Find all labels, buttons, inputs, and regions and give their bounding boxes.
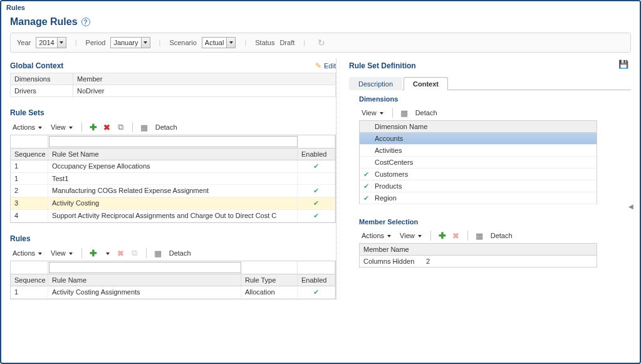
col-member-name[interactable]: Member Name [360, 244, 597, 256]
add-icon[interactable]: ✚ [88, 122, 98, 132]
ms-view-menu[interactable]: View [397, 231, 424, 241]
table-row[interactable]: 3Activity Costing✔ [11, 197, 335, 210]
rule-sets-toolbar: Actions View ✚ ✖ ⧉ ▦ Detach [10, 120, 336, 135]
year-select[interactable]: 2014 [36, 37, 66, 48]
member-selection-title: Member Selection [349, 213, 631, 228]
rules-view-menu[interactable]: View [48, 248, 75, 258]
collapse-icon[interactable]: ◀ [628, 203, 633, 210]
table-row[interactable]: 4Support Activity Reciprocal Assignments… [11, 210, 335, 222]
copy-icon[interactable]: ⧉ [130, 248, 140, 258]
col-enabled[interactable]: Enabled [298, 148, 335, 160]
col-sequence[interactable]: Sequence [11, 274, 48, 286]
cell-enabled [298, 173, 335, 184]
dimension-name: Activities [372, 145, 597, 156]
delete-icon[interactable]: ✖ [102, 122, 112, 132]
col-enabled[interactable]: Enabled [298, 274, 335, 286]
table-row: Columns Hidden 2 [360, 256, 597, 267]
filter-bar: Year 2014 | Period January | Scenario Ac… [10, 33, 631, 53]
dimension-name: CostCenters [372, 157, 597, 168]
cell-sequence: 1 [11, 173, 48, 184]
dimension-row[interactable]: ✔Customers [360, 169, 597, 180]
period-select[interactable]: January [110, 37, 150, 48]
col-dimensions: Dimensions [11, 73, 73, 85]
rule-sets-grid: Sequence Rule Set Name Enabled 1Occupanc… [10, 135, 336, 223]
col-member: Member [73, 73, 336, 85]
cell-type: Allocation [241, 286, 298, 298]
cell-name: Activity Costing Assignments [48, 286, 241, 298]
check-icon: ✔ [360, 194, 372, 202]
ms-detach-button[interactable]: Detach [488, 231, 515, 241]
table-row[interactable]: 1Activity Costing AssignmentsAllocation✔ [11, 286, 335, 299]
help-icon[interactable]: ? [81, 18, 90, 26]
dimension-row[interactable]: ✔Region [360, 192, 597, 204]
delete-icon[interactable]: ✖ [451, 231, 461, 241]
global-context-header: Global Context ✎ Edit [10, 59, 336, 73]
rules-detach-button[interactable]: Detach [167, 248, 194, 258]
dimension-name: Accounts [372, 133, 597, 144]
add-dropdown[interactable] [102, 248, 112, 258]
refresh-icon[interactable]: ↻ [318, 38, 325, 48]
cell-enabled: ✔ [298, 286, 335, 298]
table-row[interactable]: 1Test1 [11, 173, 335, 185]
col-dimension-name[interactable]: Dimension Name [360, 121, 597, 133]
ms-actions-menu[interactable]: Actions [359, 231, 393, 241]
status-value: Draft [279, 39, 294, 46]
save-icon[interactable]: 💾 [618, 59, 628, 69]
dimensions-view-menu[interactable]: View [359, 108, 386, 118]
cell-sequence: 3 [11, 197, 48, 209]
dimensions-grid: Dimension Name AccountsActivitiesCostCen… [359, 120, 597, 204]
rule-sets-actions-menu[interactable]: Actions [10, 122, 44, 132]
tab-description[interactable]: Description [349, 77, 402, 90]
dimension-row[interactable]: Activities [360, 145, 597, 157]
cell-name: Activity Costing [48, 197, 298, 209]
detach-icon[interactable]: ▦ [474, 231, 484, 241]
rule-sets-detach-button[interactable]: Detach [153, 122, 180, 132]
rule-name-filter[interactable] [49, 262, 241, 273]
add-icon[interactable]: ✚ [88, 248, 98, 258]
dimension-row[interactable]: ✔Products [360, 180, 597, 192]
add-icon[interactable]: ✚ [437, 231, 447, 241]
copy-icon[interactable]: ⧉ [116, 122, 126, 132]
dimension-name: Customers [372, 169, 597, 180]
scenario-label: Scenario [169, 39, 196, 46]
edit-global-context-link[interactable]: ✎ Edit [315, 61, 336, 70]
cell-sequence: 1 [11, 160, 48, 172]
col-rule-type[interactable]: Rule Type [241, 274, 298, 286]
table-row[interactable]: 2Manufacturing COGs Related Expense Assi… [11, 185, 335, 197]
cell-enabled: ✔ [298, 210, 335, 222]
delete-icon[interactable]: ✖ [116, 248, 126, 258]
dimension-row[interactable]: CostCenters [360, 157, 597, 169]
scenario-select[interactable]: Actual [202, 37, 236, 48]
rule-sets-header: Rule Sets [10, 106, 336, 120]
detach-icon[interactable]: ▦ [153, 248, 163, 258]
right-column: Rule Set Definition 💾 Description Contex… [336, 59, 631, 299]
dimension-name: Region [372, 192, 597, 204]
dimensions-detach-button[interactable]: Detach [413, 108, 440, 118]
detach-icon[interactable]: ▦ [399, 108, 409, 118]
cell-enabled: ✔ [298, 185, 335, 197]
table-row[interactable]: 1Occupancy Expense Allocations✔ [11, 160, 335, 173]
global-context-title: Global Context [10, 61, 63, 70]
app-window: Rules Manage Rules ? Year 2014 | Period … [0, 0, 641, 364]
rules-actions-menu[interactable]: Actions [10, 248, 44, 258]
rules-title: Rules [10, 234, 31, 243]
member-selection-grid: Member Name Columns Hidden 2 [359, 243, 597, 268]
definition-title: Rule Set Definition [349, 61, 416, 70]
global-context-table: Dimensions Member Drivers NoDriver [10, 73, 336, 97]
col-rule-name[interactable]: Rule Name [48, 274, 241, 286]
col-sequence[interactable]: Sequence [11, 148, 48, 160]
col-rule-set-name[interactable]: Rule Set Name [48, 148, 298, 160]
rule-sets-view-menu[interactable]: View [48, 122, 75, 132]
cell-sequence: 1 [11, 286, 48, 298]
tab-context[interactable]: Context [404, 77, 448, 90]
cell-name: Occupancy Expense Allocations [48, 160, 298, 172]
cell-name: Support Activity Reciprocal Assignments … [48, 210, 298, 222]
definition-tabs: Description Context [349, 76, 631, 90]
period-label: Period [86, 39, 106, 46]
rule-set-name-filter[interactable] [49, 136, 298, 147]
dimension-row[interactable]: Accounts [360, 133, 597, 145]
cell-enabled: ✔ [298, 197, 335, 209]
year-label: Year [17, 39, 31, 46]
detach-icon[interactable]: ▦ [139, 122, 149, 132]
window-title: Rules [1, 1, 640, 14]
